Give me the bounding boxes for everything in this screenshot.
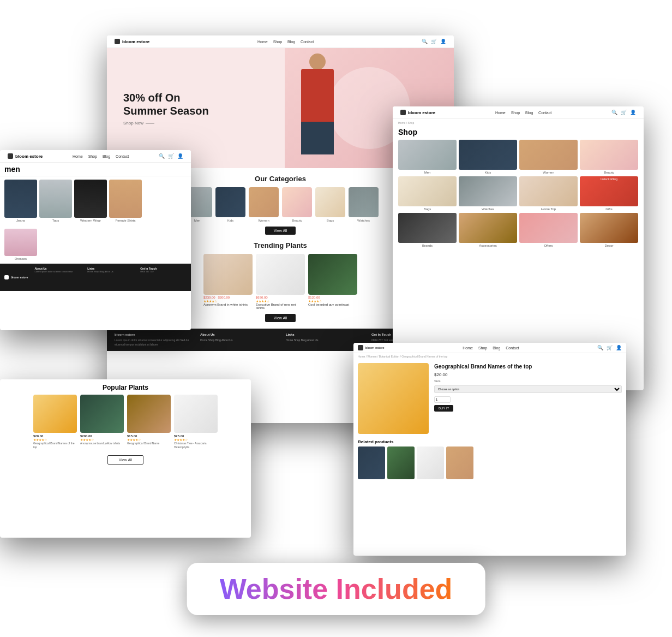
pd-cart-icon[interactable]: 🛒 [607,345,613,350]
shop-item-brands[interactable]: Brands [398,213,457,247]
hero-cta[interactable]: Shop Now —— [123,121,209,126]
women-nav-blog[interactable]: Blog [103,154,110,158]
nav-blog[interactable]: Blog [287,40,295,44]
hero-title-line2: Summer Season [123,104,209,117]
category-kids[interactable]: Kids [215,187,245,222]
shop-search-icon[interactable]: 🔍 [611,110,617,115]
women-dresses[interactable]: Dresses [4,229,37,260]
shop-decor-img [580,213,638,243]
pop-name-1: Geographical Brand Names of the top [33,442,77,449]
footer-links-title: Links [286,333,361,336]
women-user-icon[interactable]: 👤 [177,153,183,159]
shop-watches-img [459,176,517,206]
pd-search-icon[interactable]: 🔍 [597,345,603,350]
shop-item-beauty[interactable]: Beauty [580,140,638,174]
women-logo-icon [8,153,13,159]
pd-nav-home[interactable]: Home [463,346,473,350]
women-tops[interactable]: Tops [39,180,72,222]
shop-nav-logo: bloom estore [400,110,435,115]
pd-related-item-2[interactable] [387,447,415,479]
women-nav-home[interactable]: Home [73,154,83,158]
pd-related-item-1[interactable] [358,447,385,479]
pop-card-3[interactable]: $15.00 ★★★★☆ Geographical Brand Name [127,395,171,449]
pd-product-image [358,363,429,434]
trending-view-all[interactable]: View All [265,314,296,322]
women-western[interactable]: Western Wear [74,180,107,222]
popular-view-all[interactable]: View All [107,455,143,465]
shop-item-women[interactable]: Women [519,140,578,174]
pop-card-4[interactable]: $25.00 ★★★★☆ Christmas Tree - Araucaria … [174,395,218,449]
user-icon[interactable]: 👤 [440,39,446,44]
nav-contact[interactable]: Contact [301,40,314,44]
pd-logo-text: bloom estore [365,346,385,349]
shop-item-watches[interactable]: Watches [459,176,517,211]
shop-beauty-label: Beauty [604,171,614,174]
product-name-3: Cool bearded guy pointingat [308,303,357,306]
pd-nav-shop[interactable]: Shop [478,346,487,350]
women-nav-shop[interactable]: Shop [88,154,97,158]
shop-item-hometop[interactable]: Home Top [519,176,578,211]
shop-item-offers[interactable]: Offers [519,213,578,247]
shop-page-title: Shop [393,127,644,140]
pd-size-select[interactable]: Choose an option Small Medium Large XL [434,385,622,393]
shop-cart-icon[interactable]: 🛒 [621,110,627,115]
category-watches[interactable]: Watches [349,187,379,222]
women-female[interactable]: Female Shirts [109,180,142,222]
product-card-2[interactable]: $630.00 ★★★★☆ Executive Brand of new net… [256,254,305,309]
category-bags[interactable]: Bags [315,187,345,222]
shop-nav-blog[interactable]: Blog [525,111,533,115]
shop-item-men[interactable]: Men [398,140,457,174]
pd-nav-contact[interactable]: Contact [506,346,519,350]
popular-grid: $20.00 ★★★★☆ Geographical Brand Names of… [0,395,251,453]
pop-stars-2: ★★★★☆ [80,438,124,442]
shop-bags-label: Bags [424,207,431,211]
shop-brands-img [398,213,457,243]
cart-icon[interactable]: 🛒 [431,39,437,44]
women-dresses-label: Dresses [15,257,27,260]
categories-view-all[interactable]: View All [265,227,296,235]
women-nav-icons: 🔍 🛒 👤 [159,153,183,159]
shop-item-decor[interactable]: Decor [580,213,638,247]
women-jeans-label: Jeans [16,219,25,222]
women-nav-contact[interactable]: Contact [116,154,129,158]
nav-home[interactable]: Home [257,40,268,44]
pd-nav-blog[interactable]: Blog [493,346,500,350]
women-section-title: men [0,163,191,176]
shop-nav-contact[interactable]: Contact [538,111,551,115]
shop-item-bags[interactable]: Bags [398,176,457,211]
shop-item-accessories[interactable]: Accessories [459,213,517,247]
pd-related-item-4[interactable] [446,447,473,479]
product-card-1[interactable]: $230.00 $200.00 ★★★★☆ Acronym Brand in w… [203,254,253,309]
shop-item-gifts[interactable]: Instant Gifting Gifts [580,176,638,211]
pop-card-2[interactable]: $200.00 ★★★★☆ Anonymouse brand yellow ts… [80,395,124,449]
popular-title: Popular Plants [0,379,251,395]
women-western-img [74,180,107,218]
shop-nav-home[interactable]: Home [495,111,506,115]
pd-user-icon[interactable]: 👤 [616,345,622,350]
pd-quantity-input[interactable] [434,396,451,403]
product-card-3[interactable]: $120.00 ★★★★☆ Cool bearded guy pointinga… [308,254,357,309]
pd-add-to-cart-button[interactable]: BUY IT [434,405,453,412]
women-jeans[interactable]: Jeans [4,180,37,222]
shop-user-icon[interactable]: 👤 [630,110,636,115]
search-icon[interactable]: 🔍 [422,39,428,44]
pd-related-item-3[interactable] [417,447,444,479]
women-footer: bloom estore About Us Lorem ipsum dolor … [0,264,191,291]
women-cart-icon[interactable]: 🛒 [168,153,174,159]
shop-nav-shop[interactable]: Shop [511,111,520,115]
category-women[interactable]: Women [249,187,279,222]
center-nav-icons: 🔍 🛒 👤 [422,39,446,44]
person-head [309,53,326,70]
shop-gifts-img: Instant Gifting [580,176,638,206]
nav-shop[interactable]: Shop [273,40,282,44]
pop-img-1 [33,395,77,433]
women-jeans-img [4,180,37,218]
category-beauty[interactable]: Beauty [282,187,312,222]
women-screenshot: bloom estore Home Shop Blog Contact 🔍 🛒 … [0,150,191,330]
women-search-icon[interactable]: 🔍 [159,153,165,159]
product-img-1 [203,254,253,295]
pop-card-1[interactable]: $20.00 ★★★★☆ Geographical Brand Names of… [33,395,77,449]
shop-gifts-label: Gifts [605,207,612,211]
shop-item-kids[interactable]: Kids [459,140,517,174]
pd-product-title: Geographical Brand Names of the top [434,363,622,370]
